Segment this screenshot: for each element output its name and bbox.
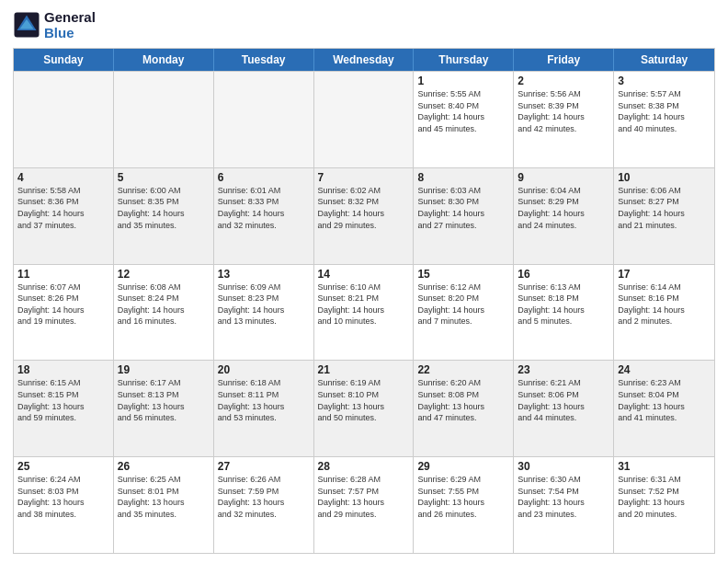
- calendar-cell: 30Sunrise: 6:30 AM Sunset: 7:54 PM Dayli…: [514, 457, 614, 553]
- calendar-cell: 11Sunrise: 6:07 AM Sunset: 8:26 PM Dayli…: [14, 265, 114, 361]
- cell-text: Sunrise: 6:04 AM Sunset: 8:29 PM Dayligh…: [518, 185, 609, 231]
- calendar-cell: 20Sunrise: 6:18 AM Sunset: 8:11 PM Dayli…: [214, 361, 314, 456]
- day-number: 3: [618, 75, 711, 87]
- day-number: 26: [118, 460, 210, 473]
- cell-text: Sunrise: 6:14 AM Sunset: 8:16 PM Dayligh…: [618, 282, 711, 327]
- cell-text: Sunrise: 6:07 AM Sunset: 8:26 PM Dayligh…: [17, 282, 109, 327]
- cell-text: Sunrise: 6:20 AM Sunset: 8:08 PM Dayligh…: [417, 377, 509, 423]
- cell-text: Sunrise: 6:15 AM Sunset: 8:15 PM Dayligh…: [17, 377, 109, 423]
- day-number: 5: [118, 171, 210, 184]
- calendar-cell: 28Sunrise: 6:28 AM Sunset: 7:57 PM Dayli…: [314, 457, 415, 553]
- cell-text: Sunrise: 6:09 AM Sunset: 8:23 PM Dayligh…: [218, 282, 310, 327]
- calendar-cell: 29Sunrise: 6:29 AM Sunset: 7:55 PM Dayli…: [414, 457, 514, 553]
- calendar-cell: 14Sunrise: 6:10 AM Sunset: 8:21 PM Dayli…: [314, 265, 415, 361]
- header-day: Saturday: [614, 49, 714, 71]
- calendar-cell: 8Sunrise: 6:03 AM Sunset: 8:30 PM Daylig…: [414, 168, 514, 264]
- calendar-cell: 1Sunrise: 5:55 AM Sunset: 8:40 PM Daylig…: [414, 72, 514, 167]
- logo-icon: [13, 11, 40, 39]
- day-number: 25: [17, 460, 109, 473]
- cell-text: Sunrise: 6:25 AM Sunset: 8:01 PM Dayligh…: [118, 474, 210, 520]
- header-day: Friday: [514, 49, 614, 71]
- calendar-cell: [314, 72, 415, 167]
- day-number: 7: [318, 171, 410, 184]
- calendar-header: SundayMondayTuesdayWednesdayThursdayFrid…: [14, 49, 714, 71]
- calendar-cell: 26Sunrise: 6:25 AM Sunset: 8:01 PM Dayli…: [114, 457, 214, 553]
- day-number: 24: [618, 363, 711, 376]
- calendar-cell: [214, 72, 314, 167]
- day-number: 22: [417, 363, 509, 376]
- cell-text: Sunrise: 6:13 AM Sunset: 8:18 PM Dayligh…: [518, 282, 609, 327]
- calendar-cell: [14, 72, 114, 167]
- cell-text: Sunrise: 6:02 AM Sunset: 8:32 PM Dayligh…: [318, 185, 410, 231]
- cell-text: Sunrise: 6:08 AM Sunset: 8:24 PM Dayligh…: [118, 282, 210, 327]
- calendar-cell: 5Sunrise: 6:00 AM Sunset: 8:35 PM Daylig…: [114, 168, 214, 264]
- cell-text: Sunrise: 6:31 AM Sunset: 7:52 PM Dayligh…: [618, 474, 711, 520]
- day-number: 6: [218, 171, 310, 184]
- cell-text: Sunrise: 6:26 AM Sunset: 7:59 PM Dayligh…: [218, 474, 310, 520]
- calendar-cell: 15Sunrise: 6:12 AM Sunset: 8:20 PM Dayli…: [414, 265, 514, 361]
- header-day: Monday: [114, 49, 214, 71]
- calendar-cell: 12Sunrise: 6:08 AM Sunset: 8:24 PM Dayli…: [114, 265, 214, 361]
- cell-text: Sunrise: 6:29 AM Sunset: 7:55 PM Dayligh…: [417, 474, 509, 520]
- calendar-row: 18Sunrise: 6:15 AM Sunset: 8:15 PM Dayli…: [14, 360, 714, 456]
- calendar-body: 1Sunrise: 5:55 AM Sunset: 8:40 PM Daylig…: [14, 71, 714, 553]
- cell-text: Sunrise: 6:12 AM Sunset: 8:20 PM Dayligh…: [417, 282, 509, 327]
- cell-text: Sunrise: 6:24 AM Sunset: 8:03 PM Dayligh…: [17, 474, 109, 520]
- calendar-cell: 21Sunrise: 6:19 AM Sunset: 8:10 PM Dayli…: [314, 361, 415, 456]
- day-number: 4: [17, 171, 109, 184]
- cell-text: Sunrise: 6:30 AM Sunset: 7:54 PM Dayligh…: [518, 474, 609, 520]
- calendar-row: 25Sunrise: 6:24 AM Sunset: 8:03 PM Dayli…: [14, 456, 714, 553]
- cell-text: Sunrise: 6:03 AM Sunset: 8:30 PM Dayligh…: [417, 185, 509, 231]
- day-number: 23: [518, 363, 609, 376]
- day-number: 19: [118, 363, 210, 376]
- day-number: 15: [417, 268, 509, 281]
- day-number: 8: [417, 171, 509, 184]
- calendar-row: 4Sunrise: 5:58 AM Sunset: 8:36 PM Daylig…: [14, 167, 714, 264]
- calendar-cell: 24Sunrise: 6:23 AM Sunset: 8:04 PM Dayli…: [614, 361, 714, 456]
- calendar-cell: 27Sunrise: 6:26 AM Sunset: 7:59 PM Dayli…: [214, 457, 314, 553]
- cell-text: Sunrise: 5:58 AM Sunset: 8:36 PM Dayligh…: [17, 185, 109, 231]
- cell-text: Sunrise: 6:19 AM Sunset: 8:10 PM Dayligh…: [318, 377, 410, 423]
- day-number: 14: [318, 268, 410, 281]
- day-number: 13: [218, 268, 310, 281]
- header-day: Tuesday: [214, 49, 314, 71]
- day-number: 21: [318, 363, 410, 376]
- calendar-cell: 4Sunrise: 5:58 AM Sunset: 8:36 PM Daylig…: [14, 168, 114, 264]
- header-day: Wednesday: [314, 49, 415, 71]
- cell-text: Sunrise: 6:21 AM Sunset: 8:06 PM Dayligh…: [518, 377, 609, 423]
- day-number: 18: [17, 363, 109, 376]
- day-number: 27: [218, 460, 310, 473]
- cell-text: Sunrise: 6:17 AM Sunset: 8:13 PM Dayligh…: [118, 377, 210, 423]
- header-day: Sunday: [14, 49, 114, 71]
- calendar-cell: 17Sunrise: 6:14 AM Sunset: 8:16 PM Dayli…: [614, 265, 714, 361]
- page: General Blue SundayMondayTuesdayWednesda…: [0, 0, 728, 563]
- day-number: 28: [318, 460, 410, 473]
- day-number: 12: [118, 268, 210, 281]
- calendar-cell: 13Sunrise: 6:09 AM Sunset: 8:23 PM Dayli…: [214, 265, 314, 361]
- day-number: 1: [417, 75, 509, 87]
- day-number: 29: [417, 460, 509, 473]
- day-number: 9: [518, 171, 609, 184]
- cell-text: Sunrise: 6:06 AM Sunset: 8:27 PM Dayligh…: [618, 185, 711, 231]
- calendar-cell: [114, 72, 214, 167]
- calendar-cell: 16Sunrise: 6:13 AM Sunset: 8:18 PM Dayli…: [514, 265, 614, 361]
- day-number: 31: [618, 460, 711, 473]
- cell-text: Sunrise: 5:56 AM Sunset: 8:39 PM Dayligh…: [518, 88, 609, 134]
- calendar-cell: 2Sunrise: 5:56 AM Sunset: 8:39 PM Daylig…: [514, 72, 614, 167]
- cell-text: Sunrise: 6:01 AM Sunset: 8:33 PM Dayligh…: [218, 185, 310, 231]
- header-day: Thursday: [414, 49, 514, 71]
- day-number: 30: [518, 460, 609, 473]
- calendar-cell: 23Sunrise: 6:21 AM Sunset: 8:06 PM Dayli…: [514, 361, 614, 456]
- calendar-cell: 6Sunrise: 6:01 AM Sunset: 8:33 PM Daylig…: [214, 168, 314, 264]
- calendar-cell: 18Sunrise: 6:15 AM Sunset: 8:15 PM Dayli…: [14, 361, 114, 456]
- cell-text: Sunrise: 6:23 AM Sunset: 8:04 PM Dayligh…: [618, 377, 711, 423]
- calendar-cell: 9Sunrise: 6:04 AM Sunset: 8:29 PM Daylig…: [514, 168, 614, 264]
- day-number: 10: [618, 171, 711, 184]
- day-number: 16: [518, 268, 609, 281]
- calendar-cell: 22Sunrise: 6:20 AM Sunset: 8:08 PM Dayli…: [414, 361, 514, 456]
- day-number: 2: [518, 75, 609, 87]
- header: General Blue: [13, 9, 715, 40]
- calendar-cell: 25Sunrise: 6:24 AM Sunset: 8:03 PM Dayli…: [14, 457, 114, 553]
- day-number: 20: [218, 363, 310, 376]
- calendar: SundayMondayTuesdayWednesdayThursdayFrid…: [13, 48, 715, 554]
